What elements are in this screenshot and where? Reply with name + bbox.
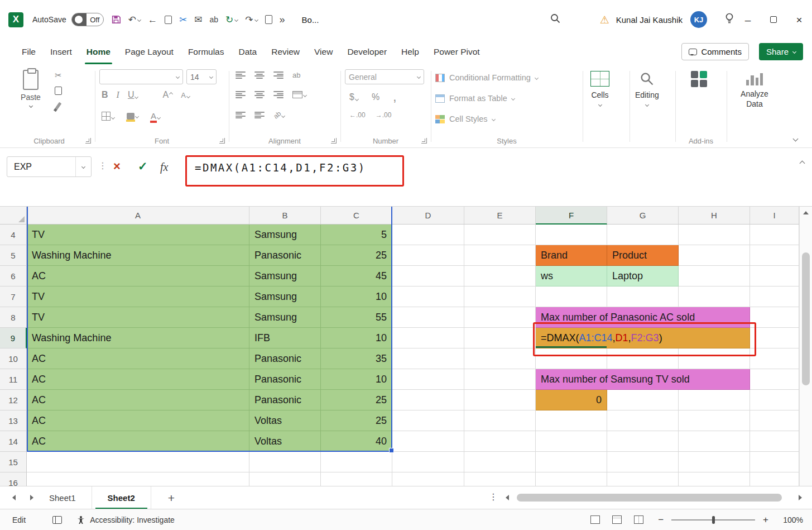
- cell-E15[interactable]: [464, 452, 536, 472]
- cell-B14[interactable]: Voltas: [249, 431, 321, 452]
- name-box-chevron-icon[interactable]: [75, 157, 91, 176]
- insert-function-icon[interactable]: fx: [160, 161, 168, 173]
- autosave-toggle[interactable]: Off: [71, 13, 104, 26]
- cut-icon[interactable]: ✂: [179, 15, 187, 25]
- align-top-icon[interactable]: [236, 71, 246, 79]
- cell-A6[interactable]: AC: [27, 266, 249, 287]
- align-bottom-icon[interactable]: [273, 71, 284, 79]
- decrease-font-icon[interactable]: A: [181, 91, 190, 99]
- scroll-up-icon[interactable]: [803, 211, 809, 214]
- tab-developer[interactable]: Developer: [340, 39, 394, 64]
- cell-H14[interactable]: [679, 431, 750, 452]
- cell-G13[interactable]: [607, 410, 679, 431]
- macro-record-icon[interactable]: [52, 516, 62, 524]
- close-button[interactable]: ×: [786, 0, 812, 39]
- horizontal-scroll-track[interactable]: [513, 493, 794, 502]
- cell-I8[interactable]: [750, 307, 799, 328]
- cell-E7[interactable]: [464, 287, 536, 307]
- cell-A5[interactable]: Washing Machine: [27, 245, 249, 266]
- cell-D9[interactable]: [392, 328, 464, 348]
- tab-view[interactable]: View: [307, 39, 340, 64]
- cell-D15[interactable]: [392, 452, 464, 472]
- cell-C15[interactable]: [321, 452, 392, 472]
- cell-E6[interactable]: [464, 266, 536, 287]
- number-format-combo[interactable]: General: [345, 69, 424, 84]
- row-header-8[interactable]: 8: [0, 307, 27, 328]
- formula-input[interactable]: =DMAX(A1:C14,D1,F2:G3): [195, 161, 366, 174]
- page-layout-view-icon[interactable]: [612, 515, 622, 524]
- cell-E13[interactable]: [464, 410, 536, 431]
- italic-button[interactable]: I: [117, 90, 119, 100]
- cell-D7[interactable]: [392, 287, 464, 307]
- cell-I15[interactable]: [750, 452, 799, 472]
- cell-C7[interactable]: 10: [321, 287, 392, 307]
- cell-A8[interactable]: TV: [27, 307, 249, 328]
- align-left-icon[interactable]: [236, 91, 246, 98]
- cell-E9[interactable]: [464, 328, 536, 348]
- row-header-5[interactable]: 5: [0, 245, 27, 266]
- underline-button[interactable]: U: [128, 90, 138, 100]
- page-break-view-icon[interactable]: [634, 515, 643, 524]
- bold-button[interactable]: B: [102, 90, 108, 100]
- cell-I7[interactable]: [750, 287, 799, 307]
- cell-C9[interactable]: 10: [321, 328, 392, 348]
- cell-C6[interactable]: 45: [321, 266, 392, 287]
- cell-D12[interactable]: [392, 390, 464, 410]
- fill-handle[interactable]: [389, 448, 394, 453]
- scroll-left-icon[interactable]: [506, 495, 509, 500]
- format-painter-icon[interactable]: [55, 102, 62, 110]
- cell-A16[interactable]: [27, 472, 249, 486]
- new-document-icon[interactable]: [265, 15, 272, 24]
- zoom-in-icon[interactable]: +: [763, 515, 768, 524]
- cell-H7[interactable]: [679, 287, 750, 307]
- row-header-10[interactable]: 10: [0, 348, 27, 369]
- cell-I14[interactable]: [750, 431, 799, 452]
- tab-formulas[interactable]: Formulas: [181, 39, 232, 64]
- conditional-formatting-button[interactable]: Conditional Formatting: [435, 73, 538, 82]
- cell-F8[interactable]: Max number of Panasonic AC sold: [536, 307, 750, 328]
- cell-I4[interactable]: [750, 225, 799, 245]
- cell-D4[interactable]: [392, 225, 464, 245]
- cell-E4[interactable]: [464, 225, 536, 245]
- column-header-E[interactable]: E: [464, 207, 536, 225]
- row-header-6[interactable]: 6: [0, 266, 27, 287]
- cell-F7[interactable]: [536, 287, 607, 307]
- horizontal-scrollbar[interactable]: [506, 492, 802, 503]
- cell-E5[interactable]: [464, 245, 536, 266]
- cell-C13[interactable]: 25: [321, 410, 392, 431]
- format-as-table-button[interactable]: Format as Table: [435, 94, 515, 103]
- cell-H16[interactable]: [679, 472, 750, 486]
- increase-indent-icon[interactable]: [254, 112, 265, 119]
- cell-G5[interactable]: Product: [607, 245, 679, 266]
- zoom-level[interactable]: 100%: [777, 515, 803, 524]
- vertical-scrollbar[interactable]: [799, 207, 812, 486]
- cell-B13[interactable]: Voltas: [249, 410, 321, 431]
- user-name[interactable]: Kunal Jai Kaushik: [616, 15, 683, 25]
- cell-H15[interactable]: [679, 452, 750, 472]
- row-header-13[interactable]: 13: [0, 410, 27, 431]
- cell-F15[interactable]: [536, 452, 607, 472]
- more-commands-icon[interactable]: »: [280, 15, 285, 25]
- cell-C16[interactable]: [321, 472, 392, 486]
- cell-E8[interactable]: [464, 307, 536, 328]
- search-icon[interactable]: [550, 13, 561, 26]
- tab-page-layout[interactable]: Page Layout: [118, 39, 181, 64]
- cells-button[interactable]: Cells: [590, 71, 609, 106]
- new-sheet-button[interactable]: +: [168, 492, 175, 504]
- back-arrow-icon[interactable]: ←: [148, 15, 157, 25]
- cell-G7[interactable]: [607, 287, 679, 307]
- addins-button[interactable]: [691, 71, 708, 88]
- mail-icon[interactable]: ✉: [194, 15, 202, 25]
- cell-H4[interactable]: [679, 225, 750, 245]
- cell-I5[interactable]: [750, 245, 799, 266]
- number-dialog-launcher-icon[interactable]: [421, 138, 427, 144]
- cell-G10[interactable]: [607, 348, 679, 369]
- tab-power-pivot[interactable]: Power Pivot: [426, 39, 487, 64]
- clipboard-dialog-launcher-icon[interactable]: [85, 138, 91, 144]
- fill-color-icon[interactable]: [127, 113, 138, 120]
- cell-D10[interactable]: [392, 348, 464, 369]
- cell-B6[interactable]: Samsung: [249, 266, 321, 287]
- cell-F11[interactable]: Max number of Samsung TV sold: [536, 369, 750, 390]
- cell-E14[interactable]: [464, 431, 536, 452]
- tab-insert[interactable]: Insert: [43, 39, 79, 64]
